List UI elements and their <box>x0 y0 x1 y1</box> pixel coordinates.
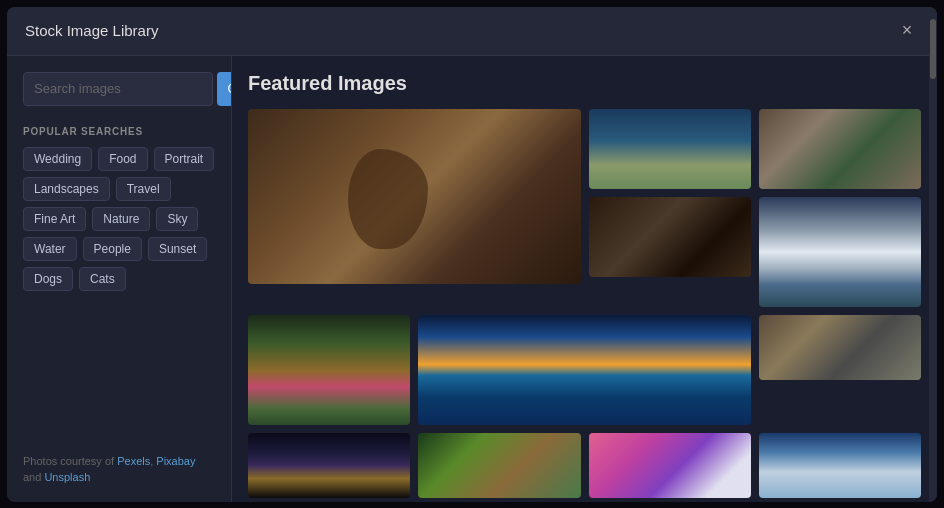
tag-sunset[interactable]: Sunset <box>148 237 207 261</box>
tag-landscapes[interactable]: Landscapes <box>23 177 110 201</box>
scrollbar-track[interactable] <box>929 56 937 502</box>
scrollbar-thumb[interactable] <box>930 56 936 79</box>
tags-grid: Wedding Food Portrait Landscapes Travel … <box>23 147 215 291</box>
image-flower-tree[interactable] <box>589 433 751 498</box>
tag-wedding[interactable]: Wedding <box>23 147 92 171</box>
content-area[interactable]: Featured Images <box>232 56 937 502</box>
search-input[interactable] <box>23 72 213 106</box>
sidebar: POPULAR SEARCHES Wedding Food Portrait L… <box>7 56 232 502</box>
image-water-sky[interactable] <box>589 109 751 189</box>
sidebar-footer: Photos courtesy of Pexels, Pixabay and U… <box>23 437 215 486</box>
image-pathway[interactable] <box>248 315 410 425</box>
image-city-bay[interactable] <box>418 315 751 425</box>
image-building[interactable] <box>759 315 921 380</box>
image-deer[interactable] <box>248 109 581 284</box>
popular-searches-label: POPULAR SEARCHES <box>23 126 215 137</box>
tag-travel[interactable]: Travel <box>116 177 171 201</box>
search-button[interactable] <box>217 72 232 106</box>
tag-people[interactable]: People <box>83 237 142 261</box>
pixabay-link[interactable]: Pixabay <box>156 455 195 467</box>
tag-water[interactable]: Water <box>23 237 77 261</box>
image-mountain[interactable] <box>759 197 921 307</box>
search-container <box>23 72 215 106</box>
modal-title: Stock Image Library <box>25 22 158 39</box>
stock-image-modal: Stock Image Library × POPULAR SEARCHES <box>7 7 937 502</box>
image-trees-forest[interactable] <box>589 197 751 277</box>
image-clouds[interactable] <box>759 433 921 498</box>
tag-fine-art[interactable]: Fine Art <box>23 207 86 231</box>
tag-nature[interactable]: Nature <box>92 207 150 231</box>
image-plant[interactable] <box>418 433 580 498</box>
modal-header: Stock Image Library × <box>7 7 937 56</box>
tag-dogs[interactable]: Dogs <box>23 267 73 291</box>
unsplash-link[interactable]: Unsplash <box>44 471 90 483</box>
modal-body: POPULAR SEARCHES Wedding Food Portrait L… <box>7 56 937 502</box>
tag-portrait[interactable]: Portrait <box>154 147 215 171</box>
tag-cats[interactable]: Cats <box>79 267 126 291</box>
modal-overlay: Stock Image Library × POPULAR SEARCHES <box>0 0 944 508</box>
tag-sky[interactable]: Sky <box>156 207 198 231</box>
tag-food[interactable]: Food <box>98 147 147 171</box>
images-grid <box>248 109 921 498</box>
image-night-stage[interactable] <box>248 433 410 498</box>
featured-title: Featured Images <box>248 72 921 95</box>
image-arch-woman[interactable] <box>759 109 921 189</box>
close-button[interactable]: × <box>895 19 919 43</box>
footer-and: and <box>23 471 44 483</box>
footer-prefix: Photos courtesy of <box>23 455 117 467</box>
pexels-link[interactable]: Pexels <box>117 455 150 467</box>
